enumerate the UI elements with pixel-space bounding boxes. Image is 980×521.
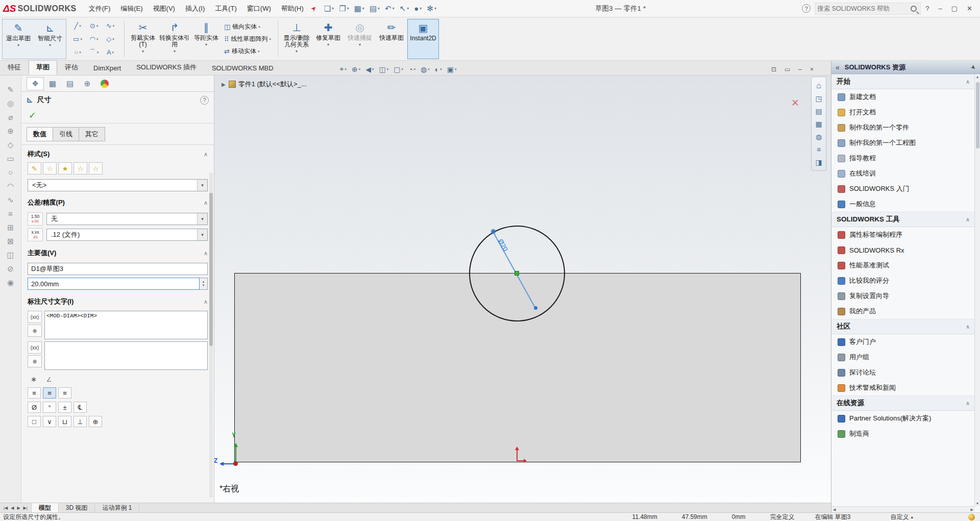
task-pane-tab-icon[interactable]: ◨ — [815, 156, 822, 168]
left-toolbar-icon[interactable]: ◠ — [7, 179, 14, 193]
tab-addins[interactable]: SOLIDWORKS 插件 — [129, 60, 204, 75]
inspection-button[interactable]: ⊗ — [28, 355, 42, 367]
view-tool-button[interactable]: ◍▾ — [418, 65, 432, 73]
style-button[interactable]: ☆ — [74, 162, 87, 175]
ribbon-large-button[interactable]: ✚ 修复草图 ▾ — [312, 19, 344, 59]
resource-link[interactable]: 制造商 — [831, 426, 975, 441]
units-globe-icon[interactable] — [968, 514, 975, 520]
quick-toolbar-button[interactable]: ↶▾ — [382, 2, 397, 16]
instant2d-button[interactable]: ▣ Instant2D — [407, 19, 439, 59]
inspection-button[interactable]: ⊗ — [28, 325, 42, 337]
chevron-down-icon[interactable]: ▾ — [197, 180, 207, 191]
vertical-scrollbar[interactable]: ▲ ▼ — [974, 74, 980, 506]
resource-link[interactable]: 指导教程 — [831, 151, 975, 166]
view-tool-button[interactable]: ◐▾ — [432, 65, 445, 73]
collapse-chevron-icon[interactable]: ∧ — [966, 79, 970, 85]
section-solidworks-tools[interactable]: SOLIDWORKS 工具∧ — [831, 212, 975, 227]
task-pane-tab-icon[interactable]: ▦ — [815, 117, 822, 130]
search-icon[interactable] — [911, 6, 917, 12]
dropdown-arrow-icon[interactable]: ▾ — [372, 67, 374, 71]
collapse-chevron-icon[interactable]: ∧ — [204, 250, 208, 257]
collapse-chevron-icon[interactable]: ∧ — [966, 400, 970, 407]
help-menu-button[interactable]: ? — [921, 1, 934, 17]
view-tool-button[interactable]: ◫▾ — [377, 65, 391, 73]
left-toolbar-icon[interactable]: ◫ — [7, 248, 14, 262]
view-tool-button[interactable]: ◔▾ — [406, 65, 418, 73]
left-toolbar-icon[interactable]: ◇ — [8, 138, 14, 152]
task-pane-tab-icon[interactable]: ▤ — [815, 105, 822, 117]
collapse-chevron-icon[interactable]: ∧ — [966, 324, 970, 330]
resource-link[interactable]: SOLIDWORKS 入门 — [831, 181, 975, 196]
close-button[interactable]: ✕ — [962, 1, 977, 17]
dropdown-arrow-icon[interactable]: ▾ — [96, 24, 99, 28]
left-toolbar-icon[interactable]: ∿ — [7, 193, 14, 207]
dimension-endpoint[interactable] — [534, 306, 537, 310]
panel-tab-configurations[interactable]: ▦ — [44, 77, 61, 90]
dropdown-arrow-icon[interactable]: ▾ — [142, 49, 144, 54]
precision-dropdown[interactable]: .12 (文件) ▾ — [46, 229, 208, 241]
dropdown-arrow-icon[interactable]: ▾ — [174, 49, 176, 54]
chevron-down-icon[interactable]: ▾ — [197, 213, 207, 225]
scroll-right-icon[interactable]: ▶ — [971, 508, 973, 512]
dropdown-arrow-icon[interactable]: ▾ — [428, 67, 430, 71]
menu-item[interactable]: 工具(T) — [210, 0, 242, 17]
style-button[interactable]: ★ — [58, 162, 72, 175]
scrollbar-thumb[interactable] — [976, 82, 979, 148]
dropdown-arrow-icon[interactable]: ▾ — [296, 49, 298, 54]
degree-symbol-button[interactable]: ° — [43, 402, 56, 413]
countersink-symbol-button[interactable]: ∨ — [43, 416, 56, 427]
first-tab-button[interactable]: |◀ — [2, 506, 9, 510]
quick-toolbar-button[interactable]: ❏▾ — [322, 2, 336, 16]
resource-link[interactable]: 一般信息 — [831, 196, 975, 212]
tab-motion-study[interactable]: 运动算例 1 — [95, 503, 139, 512]
section-primary-value[interactable]: 主要值(V)∧ — [21, 244, 214, 260]
style-button[interactable]: ☆ — [89, 162, 103, 175]
scroll-down-icon[interactable]: ▼ — [976, 502, 979, 505]
ribbon-large-button[interactable]: ✂ 剪裁实体(T) ▾ — [127, 19, 159, 59]
sketch-tool-button[interactable]: ∿▾ — [102, 19, 118, 33]
dimension-endpoint[interactable] — [492, 230, 495, 233]
square-symbol-button[interactable]: □ — [28, 416, 41, 427]
dropdown-arrow-icon[interactable]: ▾ — [112, 37, 114, 41]
tab-model[interactable]: 模型 — [32, 503, 59, 512]
resource-link[interactable]: 技术警戒和新闻 — [831, 380, 975, 395]
align-right-button[interactable]: ≡ — [58, 387, 71, 399]
dropdown-arrow-icon[interactable]: ▾ — [407, 6, 409, 11]
dropdown-arrow-icon[interactable]: ▾ — [327, 42, 329, 47]
dropdown-arrow-icon[interactable]: ▾ — [345, 67, 347, 71]
quick-snaps-button[interactable]: ◎ 快速捕捉 ▾ — [344, 19, 376, 59]
style-button[interactable]: ✎ — [28, 162, 41, 175]
dropdown-arrow-icon[interactable]: ▾ — [420, 6, 422, 11]
section-tolerance[interactable]: 公差/精度(P)∧ — [21, 193, 214, 210]
smart-dimension-button[interactable]: ⊾ 智能尺寸 ▾ — [34, 19, 66, 59]
resource-link[interactable]: 比较我的评分 — [831, 273, 975, 288]
dropdown-arrow-icon[interactable]: ▾ — [112, 51, 114, 55]
left-toolbar-icon[interactable]: ⊞ — [7, 220, 14, 234]
resource-link[interactable]: 性能基准测试 — [831, 258, 975, 273]
tab-other[interactable]: 其它 — [79, 127, 105, 141]
dropdown-arrow-icon[interactable]: ▾ — [347, 6, 349, 11]
sketch-tool-button[interactable]: ⌒▾ — [86, 46, 102, 59]
task-pane-tab-icon[interactable]: ◍ — [816, 130, 822, 143]
dropdown-arrow-icon[interactable]: ▾ — [387, 67, 389, 71]
ribbon-large-button[interactable]: ↱ 转换实体引用 ▾ — [159, 19, 190, 59]
quick-toolbar-button[interactable]: ▦▾ — [352, 2, 367, 16]
panel-tab-propertymanager[interactable]: ❖ — [27, 77, 44, 90]
tab-features[interactable]: 特征 — [0, 60, 29, 75]
dropdown-arrow-icon[interactable]: ▾ — [455, 67, 457, 71]
horizontal-scrollbar[interactable]: ◀ ▶ — [831, 506, 975, 512]
collapse-chevron-icon[interactable]: ∧ — [966, 216, 970, 223]
custom-arrow-icon[interactable]: ▴ — [911, 514, 913, 519]
view-tool-button[interactable]: ▢▾ — [391, 65, 406, 73]
cancel-dimension-icon[interactable]: ✕ — [791, 97, 799, 109]
feature-tree-flyout[interactable]: ▶ 零件1 (默认<<默认>_... — [222, 80, 307, 89]
prev-tab-button[interactable]: ◀ — [9, 506, 15, 510]
left-toolbar-icon[interactable]: ⊠ — [7, 234, 14, 248]
sketch-tool-button[interactable]: ○▾ — [69, 46, 86, 59]
panel-tab-appearances[interactable] — [96, 77, 113, 90]
more-symbols-button[interactable]: ⊕ — [89, 416, 102, 427]
resource-link[interactable]: SOLIDWORKS Rx — [831, 242, 975, 258]
menu-item[interactable]: 插入(I) — [180, 0, 210, 17]
quick-toolbar-button[interactable]: ❐▾ — [336, 2, 351, 16]
doc-close-icon[interactable]: × — [806, 66, 818, 73]
